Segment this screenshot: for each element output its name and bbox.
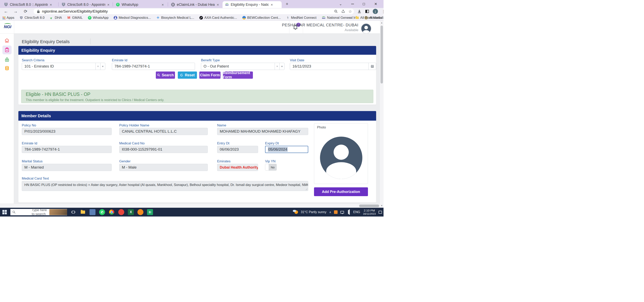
member-details-card: Member Details Policy No P/01/2023/00062… — [18, 111, 376, 202]
tray-app-icon[interactable] — [334, 210, 338, 214]
zoom-out-icon[interactable] — [334, 10, 338, 14]
volume-icon[interactable] — [347, 210, 350, 214]
tab-close-icon[interactable]: × — [50, 3, 52, 6]
tab-close-icon[interactable]: × — [217, 3, 219, 6]
lock-icon[interactable] — [37, 10, 40, 13]
search-icon — [12, 210, 30, 214]
browser-menu-icon[interactable]: ⋮ — [382, 9, 384, 14]
expiry-dt-input-focused[interactable]: 05/06/2024 — [265, 146, 308, 153]
new-tab-button[interactable]: + — [284, 2, 290, 7]
emirate-id-input[interactable]: 784-1989-7427974-1 — [112, 63, 195, 70]
vertical-scrollbar[interactable]: ▲ — [380, 21, 384, 204]
toggle-value: No — [269, 164, 276, 170]
bookmark-bewcollection[interactable]: BEWCollection Cent... — [242, 16, 281, 20]
bookmark-apps[interactable]: Apps — [2, 16, 14, 20]
resize-grip-icon[interactable] — [306, 188, 308, 190]
scroll-up-icon[interactable]: ▲ — [380, 22, 384, 24]
all-bookmarks-button[interactable]: All Bookmarks — [356, 16, 382, 20]
download-icon[interactable] — [357, 9, 362, 14]
reimbursement-form-button[interactable]: Reimbursement Form — [223, 72, 253, 79]
orange-app-icon[interactable] — [138, 209, 144, 215]
reset-icon — [180, 74, 183, 77]
sidebar-item-authorization[interactable] — [2, 55, 12, 64]
emirates-input: Dubai Health Authority — [217, 164, 258, 171]
network-monitor-icon[interactable] — [340, 211, 344, 214]
bookmark-medsol[interactable]: Medsol Diagnostics... — [114, 16, 151, 20]
tab-close-icon[interactable]: × — [162, 3, 164, 6]
close-window-button[interactable]: ✕ — [371, 0, 380, 8]
ngi-logo[interactable]: NGI — [3, 24, 12, 29]
add-pre-authorization-button[interactable]: Add Pre-Authorization — [314, 187, 368, 196]
tab-eclaimlink[interactable]: eClaimLink - Dubai Health Autho × — [168, 1, 222, 8]
horizontal-scroll-thumb[interactable] — [359, 204, 379, 207]
bookmark-axa[interactable]: AXA Card Authentic... — [199, 16, 237, 20]
bookmark-star-icon[interactable]: ☆ — [348, 9, 352, 14]
calculator-app-icon[interactable] — [90, 209, 96, 215]
action-center-icon[interactable] — [378, 211, 382, 214]
browser-app-icon[interactable] — [118, 209, 124, 215]
tab-whatsapp[interactable]: WhatsApp × — [114, 1, 167, 8]
sidebar-item-eligibility-active[interactable] — [2, 46, 12, 54]
excel-icon[interactable]: X — [128, 209, 134, 215]
vertical-scroll-thumb[interactable] — [380, 26, 383, 84]
tab-clinicsoft-appointments-by[interactable]: ClinicSoft 8.0 :: Appointments b × — [2, 1, 58, 8]
tab-clinicsoft-appointments[interactable]: ClinicSoft 8.0 - Appointments × — [59, 1, 112, 8]
marital-status-label: Marital Status — [22, 160, 42, 164]
visit-date-input[interactable]: 16/11/2023 — [290, 63, 376, 70]
task-view-button[interactable] — [70, 209, 76, 215]
clear-icon[interactable]: × — [96, 63, 100, 70]
user-avatar[interactable] — [361, 23, 372, 34]
tab-close-icon[interactable]: × — [271, 3, 273, 6]
dropdown-icon[interactable]: ▾ — [280, 63, 284, 70]
dropdown-icon[interactable]: ▾ — [100, 63, 105, 70]
clear-icon[interactable]: × — [275, 63, 280, 70]
calendar-icon[interactable] — [368, 63, 376, 70]
horizontal-scrollbar[interactable] — [0, 204, 380, 208]
claim-form-button[interactable]: Claim Form — [199, 72, 220, 79]
dha-arrow-icon: ➤ — [49, 15, 54, 20]
whatsapp-taskbar-icon[interactable]: ✆ — [99, 209, 105, 215]
globe-favicon-icon — [171, 2, 175, 6]
bookmark-biosytech[interactable]: ✚ Biosytech Medical L... — [156, 16, 194, 20]
tab-search-chevron-icon[interactable]: ⌄ — [336, 0, 345, 8]
medical-card-text-area[interactable]: HN BASIC PLUS (OP restricted to clinics)… — [22, 181, 308, 191]
file-explorer-icon[interactable] — [80, 209, 86, 215]
start-button[interactable] — [2, 210, 7, 214]
sidebar-item-claims[interactable] — [2, 64, 12, 73]
bookmark-dha[interactable]: ➤ DHA — [50, 16, 62, 20]
restore-button[interactable] — [359, 0, 368, 8]
hidden-icons-chevron[interactable]: ∧ — [329, 210, 331, 214]
search-button[interactable]: Search — [156, 72, 175, 79]
share-icon[interactable] — [341, 10, 345, 14]
reload-button[interactable]: ⟳ — [22, 8, 29, 14]
tab-eligibility-enquiry-active[interactable]: NGI Eligibility Enquiry - National Ger × — [222, 1, 282, 8]
sheets-app-icon[interactable] — [147, 209, 153, 215]
weather-text[interactable]: 31°C Partly sunny — [301, 210, 326, 214]
minimize-button[interactable] — [348, 0, 357, 8]
weather-icon[interactable] — [293, 210, 298, 214]
bookmark-gmail[interactable]: M GMAIL — [67, 16, 83, 20]
scroll-down-icon[interactable]: ▼ — [380, 204, 384, 208]
sidebar-item-home[interactable] — [2, 36, 12, 45]
profile-avatar[interactable]: j — [373, 9, 378, 14]
search-highlight-image[interactable] — [49, 209, 67, 215]
language-indicator[interactable]: ENG — [353, 210, 360, 214]
clock[interactable]: 2:10 PM 16/11/2023 — [363, 208, 376, 216]
chrome-taskbar-icon[interactable] — [109, 209, 115, 215]
bookmark-whatsapp[interactable]: WhatsApp — [88, 16, 108, 20]
tab-close-icon[interactable]: × — [107, 3, 110, 6]
vip-toggle[interactable]: No — [265, 164, 277, 170]
search-criteria-select[interactable]: 101 - Emirates ID × ▾ — [22, 63, 105, 70]
forward-button[interactable]: → — [12, 8, 19, 14]
search-icon — [157, 74, 160, 77]
side-panel-icon[interactable] — [365, 10, 369, 14]
taskbar-search-box[interactable]: Type here to search — [10, 209, 67, 215]
tab-separator — [58, 2, 58, 6]
address-bar[interactable]: ngionline.ae/Service/Eligibility/Eligibi… — [34, 8, 354, 14]
bookmark-mednet[interactable]: ⚕ MedNet Connect — [286, 16, 316, 20]
benefit-type-select[interactable]: O - Out Patient × ▾ — [201, 63, 284, 70]
back-button[interactable]: ← — [3, 8, 9, 14]
bookmarks-overflow-chevron[interactable]: » — [348, 16, 351, 20]
bookmark-clinicsoft[interactable]: ClinicSoft 8.0 — [20, 16, 44, 20]
reset-button[interactable]: Reset — [178, 72, 197, 79]
